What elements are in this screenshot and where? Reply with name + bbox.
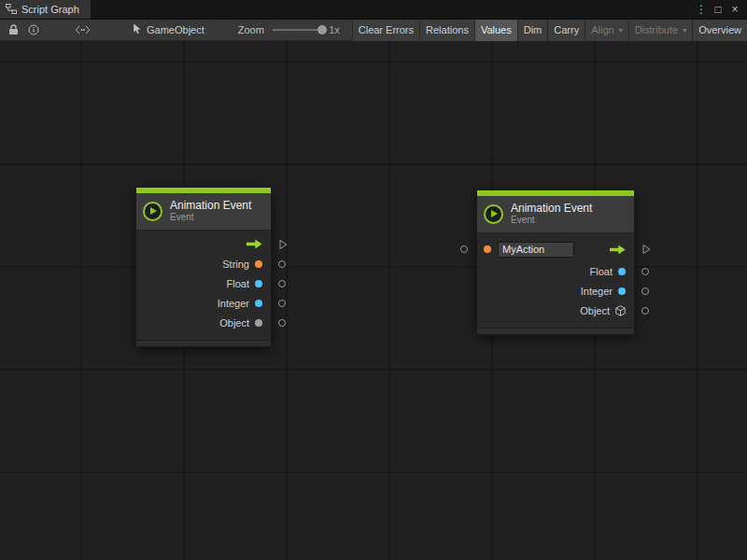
- edit-graph-button[interactable]: [70, 20, 95, 41]
- port-label: Object: [580, 305, 610, 316]
- integer-type-dot: [255, 300, 262, 307]
- node-footer: [136, 340, 271, 346]
- tab-label: Script Graph: [21, 4, 79, 15]
- titlebar: Script Graph ⋮ □ ×: [0, 0, 747, 20]
- zoom-slider[interactable]: [273, 29, 324, 31]
- carry-button[interactable]: Carry: [547, 20, 585, 41]
- zoom-slider-knob[interactable]: [317, 25, 327, 35]
- port-row-object: Object: [136, 313, 271, 332]
- event-play-icon: [143, 202, 162, 221]
- port-label: String: [222, 259, 249, 270]
- clear-errors-button[interactable]: Clear Errors: [352, 20, 419, 41]
- flow-arrow-icon: [247, 239, 262, 249]
- port-row-integer: Integer: [477, 281, 634, 301]
- event-play-icon: [484, 204, 503, 224]
- cube-icon: [615, 305, 626, 316]
- node-subtitle: Event: [170, 212, 251, 223]
- zoom-value: 1x: [329, 24, 340, 35]
- float-output-port[interactable]: [278, 280, 286, 287]
- port-label: Integer: [581, 286, 613, 297]
- chevron-down-icon: ▾: [683, 26, 686, 35]
- distribute-button[interactable]: Distribute ▾: [628, 20, 692, 41]
- string-type-dot: [484, 245, 491, 253]
- object-output-port[interactable]: [641, 307, 649, 315]
- script-graph-icon: [6, 4, 17, 16]
- flow-arrow-icon: [610, 245, 626, 255]
- info-icon: [28, 24, 39, 35]
- flow-output-port[interactable]: [279, 239, 288, 249]
- distribute-label: Distribute: [635, 24, 678, 35]
- integer-output-port[interactable]: [641, 287, 649, 295]
- gameobject-selector[interactable]: GameObject: [133, 23, 204, 36]
- flow-output-port[interactable]: [642, 245, 651, 255]
- integer-type-dot: [618, 287, 626, 295]
- node-title: Animation Event: [170, 199, 251, 212]
- chevron-down-icon: ▾: [619, 26, 623, 35]
- lock-button[interactable]: [4, 20, 23, 41]
- action-name-field[interactable]: [498, 242, 574, 258]
- close-icon[interactable]: ×: [728, 4, 741, 15]
- node-subtitle: Event: [511, 215, 592, 226]
- object-output-port[interactable]: [278, 319, 286, 327]
- gameobject-label: GameObject: [147, 24, 204, 35]
- cursor-icon: [133, 23, 142, 36]
- maximize-icon[interactable]: □: [712, 4, 725, 15]
- port-row-float: Float: [477, 261, 634, 281]
- port-label: Integer: [218, 298, 249, 309]
- zoom-label: Zoom: [238, 24, 264, 35]
- float-type-dot: [255, 280, 262, 287]
- relations-button[interactable]: Relations: [419, 20, 474, 41]
- values-button[interactable]: Values: [474, 20, 517, 41]
- port-row-string: String: [136, 254, 271, 273]
- port-row-float: Float: [136, 273, 271, 293]
- integer-output-port[interactable]: [278, 300, 286, 307]
- lock-icon: [8, 24, 19, 35]
- port-label: Float: [227, 278, 249, 289]
- window-controls: ⋮ □ ×: [695, 0, 747, 19]
- overview-button[interactable]: Overview: [692, 20, 747, 41]
- dim-button[interactable]: Dim: [517, 20, 548, 41]
- node-header[interactable]: Animation Event Event: [477, 196, 634, 233]
- float-output-port[interactable]: [641, 268, 649, 275]
- port-label: Object: [219, 317, 249, 329]
- float-type-dot: [618, 268, 626, 275]
- port-row-integer: Integer: [136, 293, 271, 313]
- script-graph-window: Script Graph ⋮ □ ×: [0, 0, 747, 560]
- angle-brackets-icon: [75, 25, 91, 35]
- node-footer: [477, 328, 634, 334]
- string-output-port[interactable]: [278, 260, 286, 268]
- align-label: Align: [591, 24, 613, 35]
- info-button[interactable]: [23, 20, 44, 41]
- action-name-row: [477, 237, 634, 261]
- node-header[interactable]: Animation Event Event: [136, 193, 271, 231]
- string-type-dot: [255, 260, 262, 268]
- object-type-dot: [255, 319, 262, 327]
- node-title: Animation Event: [511, 202, 592, 215]
- graph-canvas[interactable]: Animation Event Event String: [0, 41, 747, 560]
- align-button[interactable]: Align ▾: [585, 20, 627, 41]
- port-label: Float: [590, 266, 613, 277]
- flow-output-row: [136, 234, 271, 254]
- tab-script-graph[interactable]: Script Graph: [0, 0, 91, 19]
- port-row-object: Object: [477, 301, 634, 320]
- action-name-input-port[interactable]: [460, 245, 468, 253]
- node-animation-event-1[interactable]: Animation Event Event String: [135, 187, 272, 347]
- graph-toolbar: GameObject Zoom 1x Clear Errors Relation…: [0, 20, 747, 41]
- window-menu-icon[interactable]: ⋮: [695, 4, 708, 15]
- node-animation-event-2[interactable]: Animation Event Event Float: [476, 189, 635, 335]
